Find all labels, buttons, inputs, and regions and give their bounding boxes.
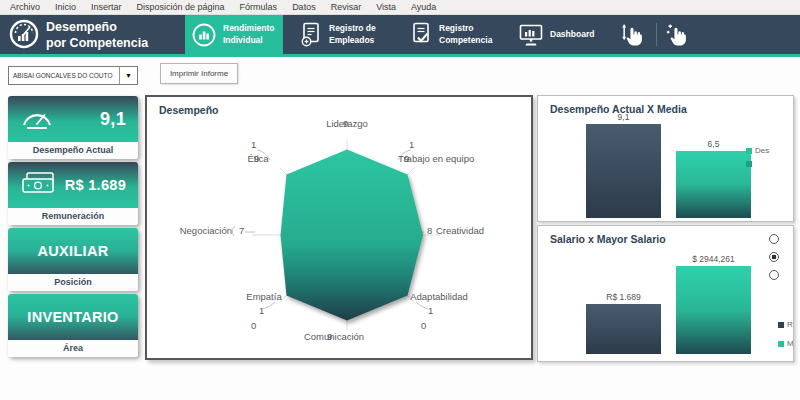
menu-datos[interactable]: Datos: [292, 2, 316, 12]
legend-label: M: [787, 339, 794, 348]
chart-circle-icon: [191, 22, 217, 48]
legend-label: Des: [755, 146, 769, 155]
kpi-value: R$ 1.689: [65, 177, 126, 193]
kpi-card-posicion: AUXILIAR Posición: [8, 228, 138, 291]
bar-data-label: $ 2944,261: [692, 254, 735, 264]
employee-dropdown-value: ABISAI GONCALVES DO COUTO: [9, 67, 119, 84]
employee-dropdown[interactable]: ABISAI GONCALVES DO COUTO ▼: [8, 66, 138, 85]
bar-rect: [586, 304, 661, 355]
header-divider: [656, 23, 657, 46]
bar-data-label: R$ 1.689: [606, 292, 641, 302]
tab-dashboard[interactable]: Dashboard: [512, 15, 604, 54]
gauge-icon: [20, 104, 54, 134]
chart-title: Salario x Mayor Salario: [550, 233, 666, 245]
menu-formulas[interactable]: Fórmulas: [240, 2, 278, 12]
bar-mayor-salario: $ 2944,261: [676, 254, 751, 354]
kpi-card-remuneracion: R$ 1.689 Remuneración: [8, 162, 138, 225]
document-check-icon: [409, 21, 433, 48]
radar-polygon: [281, 150, 424, 321]
kpi-label: Remuneración: [8, 208, 138, 225]
kpi-value: 9,1: [100, 109, 126, 130]
monitor-icon: [518, 22, 544, 47]
bar-salario: R$ 1.689: [586, 292, 661, 355]
legend-item: R: [778, 320, 794, 329]
radio-option-2[interactable]: [769, 252, 779, 262]
bar-rect: [586, 124, 661, 218]
kpi-value: INVENTARIO: [27, 309, 118, 325]
legend-item: [746, 161, 769, 167]
app-header: Desempeño por Competencia Rendimiento In…: [0, 15, 800, 54]
menu-archivo[interactable]: Archivo: [10, 2, 40, 12]
legend-item: Des: [746, 146, 769, 155]
bar-desempeno-actual: 9,1: [586, 112, 661, 218]
menu-inicio[interactable]: Inicio: [55, 2, 76, 12]
bar-chart-card-desempeno-media: Desempeño Actual X Media 9,1 6,5 Des: [537, 95, 794, 222]
bar-chart-card-salario: Salario x Mayor Salario R$ 1.689 $ 2944,…: [537, 225, 794, 362]
radio-option-3[interactable]: [769, 270, 779, 280]
money-icon: [20, 171, 56, 200]
bar-rect: [676, 266, 751, 354]
radio-option-1[interactable]: [769, 234, 779, 244]
kpi-label: Área: [8, 340, 138, 357]
menu-ayuda[interactable]: Ayuda: [411, 2, 436, 12]
legend: R M: [778, 320, 794, 348]
document-add-icon: [299, 21, 323, 48]
tab-rendimiento-individual[interactable]: Rendimiento Individual: [185, 15, 283, 54]
legend-label: R: [787, 320, 793, 329]
bar-rect: [676, 151, 751, 218]
menu-vista[interactable]: Vista: [376, 2, 396, 12]
bar-data-label: 6,5: [708, 139, 720, 149]
menu-disposicion[interactable]: Disposición de página: [137, 2, 225, 12]
menu-revisar[interactable]: Revisar: [331, 2, 362, 12]
legend-item: M: [778, 339, 794, 348]
legend: Des: [746, 146, 769, 167]
tab-label: Rendimiento Individual: [223, 23, 274, 46]
menu-bar: Archivo Inicio Insertar Disposición de p…: [0, 0, 800, 15]
bar-data-label: 9,1: [618, 112, 630, 122]
menu-insertar[interactable]: Insertar: [91, 2, 122, 12]
app-title: Desempeño por Competencia: [46, 20, 148, 51]
kpi-card-area: INVENTARIO Área: [8, 294, 138, 357]
legend-swatch: [778, 341, 784, 347]
bar-media: 6,5: [676, 139, 751, 218]
header-accent-strip: [0, 54, 800, 57]
hand-scroll-icon[interactable]: [620, 21, 650, 49]
tab-label: Dashboard: [550, 29, 594, 40]
app-logo-gauge-icon: [8, 18, 40, 50]
tab-label: Registro Competencia: [439, 23, 492, 46]
dropdown-arrow-icon: ▼: [119, 67, 137, 84]
dashboard-window: Archivo Inicio Insertar Disposición de p…: [0, 0, 800, 400]
hand-click-icon[interactable]: [664, 21, 694, 49]
legend-swatch: [746, 148, 752, 154]
kpi-card-desempeno-actual: 9,1 Desempeño Actual: [8, 96, 138, 159]
kpi-label: Posición: [8, 274, 138, 291]
print-report-button[interactable]: Imprimir Informe: [160, 63, 238, 84]
radar-plot: [147, 97, 531, 358]
kpi-label: Desempeño Actual: [8, 142, 138, 159]
tab-registro-competencia[interactable]: Registro Competencia: [403, 15, 503, 54]
chart-option-radio-group: [769, 234, 779, 280]
tab-registro-empleados[interactable]: Registro de Empleados: [293, 15, 395, 54]
kpi-value: AUXILIAR: [38, 243, 109, 259]
legend-swatch: [778, 322, 784, 328]
tab-label: Registro de Empleados: [329, 23, 376, 46]
legend-swatch: [746, 161, 752, 167]
radar-chart-card: Desempeño Lid: [145, 95, 533, 360]
